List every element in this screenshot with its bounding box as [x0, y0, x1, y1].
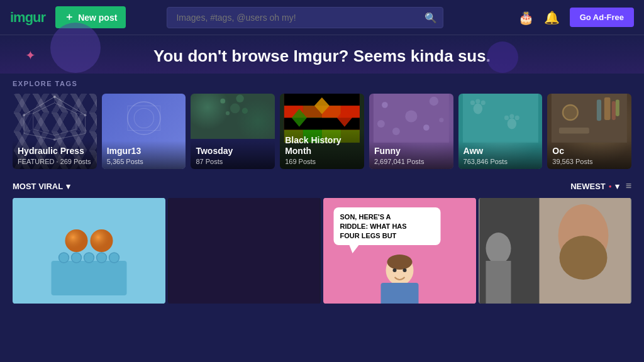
svg-line-7 — [55, 103, 76, 114]
svg-point-53 — [514, 116, 519, 120]
svg-point-51 — [504, 116, 508, 120]
svg-rect-19 — [128, 106, 160, 131]
svg-point-44 — [377, 120, 385, 128]
svg-point-43 — [439, 118, 443, 122]
svg-line-9 — [24, 113, 33, 133]
svg-point-66 — [97, 253, 107, 263]
explore-section: EXPLORE TAGS — [0, 74, 644, 174]
tag-card-black-history-month[interactable]: Black History Month 169 Posts — [280, 94, 364, 169]
tag-card-twosday[interactable]: Twosday 87 Posts — [191, 94, 275, 169]
svg-point-46 — [473, 104, 482, 114]
svg-line-11 — [24, 129, 33, 134]
tag-overlay: Twosday 87 Posts — [191, 141, 275, 169]
svg-point-63 — [59, 253, 69, 263]
svg-line-10 — [76, 113, 86, 133]
svg-point-49 — [480, 101, 485, 105]
tag-overlay: Aww 763,846 Posts — [458, 141, 543, 169]
newest-dot: ● — [609, 184, 612, 189]
post-dark[interactable] — [168, 198, 321, 304]
viral-label[interactable]: MOST VIRAL ▾ — [13, 182, 70, 191]
newest-area: NEWEST ● ▾ ≡ — [570, 180, 631, 192]
tag-card-oc[interactable]: Oc 39,563 Posts — [547, 94, 631, 169]
svg-line-2 — [24, 97, 55, 115]
decoration-star: ✦ — [25, 48, 36, 63]
search-input[interactable] — [167, 7, 443, 28]
decoration-circle-1 — [50, 23, 101, 73]
svg-point-38 — [382, 102, 388, 108]
svg-point-14 — [23, 114, 25, 116]
tag-card-funny[interactable]: Funny 2,697,041 Posts — [369, 94, 453, 169]
tag-title: Oc — [552, 146, 626, 156]
plus-icon: ＋ — [64, 11, 74, 24]
svg-point-20 — [221, 99, 226, 104]
post-lego[interactable] — [13, 198, 165, 304]
grid-view-icon[interactable]: ≡ — [626, 180, 631, 192]
hero-section: ✦ You don't browse Imgur? Seems kinda su… — [0, 35, 644, 74]
svg-point-67 — [109, 253, 119, 263]
svg-line-8 — [33, 103, 55, 114]
search-icon-button[interactable]: 🔍 — [425, 11, 437, 23]
svg-point-15 — [84, 114, 87, 116]
tag-sub: 2,697,041 Posts — [374, 158, 448, 165]
tag-overlay: Oc 39,563 Posts — [547, 141, 631, 169]
tag-card-hydraulic-press[interactable]: Hydraulic Press FEATURED · 269 Posts — [13, 94, 97, 169]
svg-rect-55 — [604, 97, 611, 120]
svg-point-81 — [387, 255, 413, 270]
svg-point-22 — [242, 108, 248, 114]
svg-text:SON, HERE'S A: SON, HERE'S A — [340, 213, 391, 221]
newest-label[interactable]: NEWEST ● ▾ — [570, 182, 619, 191]
imgur-logo: imgur — [10, 9, 45, 26]
person-svg — [479, 198, 631, 304]
viral-dropdown-icon: ▾ — [66, 182, 70, 191]
tag-sub: 39,563 Posts — [552, 158, 626, 165]
viral-header: MOST VIRAL ▾ NEWEST ● ▾ ≡ — [13, 180, 631, 192]
post-person[interactable] — [479, 198, 631, 304]
funny-pattern-svg — [369, 94, 453, 143]
oc-pattern-svg — [547, 94, 631, 143]
svg-point-18 — [134, 108, 153, 128]
svg-point-71 — [91, 229, 113, 252]
lego-svg — [13, 198, 165, 304]
tag-card-imgur13[interactable]: Imgur13 5,365 Posts — [102, 94, 186, 169]
svg-rect-58 — [616, 100, 619, 116]
svg-point-64 — [72, 253, 82, 263]
svg-rect-73 — [169, 198, 320, 304]
svg-line-12 — [76, 129, 86, 134]
tag-sub: 5,365 Posts — [107, 158, 181, 165]
notifications-icon[interactable]: 🔔 — [544, 10, 560, 25]
svg-point-52 — [509, 114, 514, 118]
posts-grid: SON, HERE'S A RIDDLE: WHAT HAS FOUR LEGS… — [13, 198, 631, 304]
svg-point-23 — [226, 111, 230, 115]
svg-rect-91 — [486, 261, 511, 304]
svg-point-84 — [403, 268, 407, 272]
birthday-icon[interactable]: 🎂 — [518, 10, 534, 25]
viral-section: MOST VIRAL ▾ NEWEST ● ▾ ≡ — [0, 174, 644, 304]
post-comic[interactable]: SON, HERE'S A RIDDLE: WHAT HAS FOUR LEGS… — [323, 198, 476, 304]
viral-text: MOST VIRAL — [13, 182, 63, 191]
imgur13-pattern-svg — [102, 94, 186, 143]
svg-point-21 — [236, 95, 244, 102]
svg-rect-62 — [52, 261, 127, 295]
svg-point-24 — [230, 104, 240, 114]
go-ad-free-button[interactable]: Go Ad-Free — [570, 8, 634, 27]
tag-title: Funny — [374, 146, 448, 156]
tags-grid: Hydraulic Press FEATURED · 269 Posts Img… — [13, 94, 631, 169]
tag-sub: FEATURED · 269 Posts — [18, 158, 92, 165]
svg-point-65 — [84, 253, 94, 263]
search-bar: 🔍 — [167, 7, 443, 28]
header-right: 🎂 🔔 Go Ad-Free — [518, 8, 634, 27]
dark-svg — [168, 198, 321, 304]
svg-rect-45 — [462, 94, 538, 143]
newest-text: NEWEST — [570, 182, 606, 191]
svg-point-48 — [475, 99, 480, 103]
tag-title: Aww — [464, 146, 538, 156]
svg-point-83 — [393, 268, 397, 272]
tag-overlay: Funny 2,697,041 Posts — [369, 141, 453, 169]
twosday-pattern-svg — [191, 94, 275, 123]
svg-marker-1 — [33, 103, 76, 136]
svg-line-3 — [55, 97, 86, 115]
tag-card-aww[interactable]: Aww 763,846 Posts — [458, 94, 543, 169]
svg-point-59 — [563, 105, 578, 120]
svg-point-17 — [128, 102, 160, 134]
hydraulic-pattern-svg — [13, 94, 97, 143]
